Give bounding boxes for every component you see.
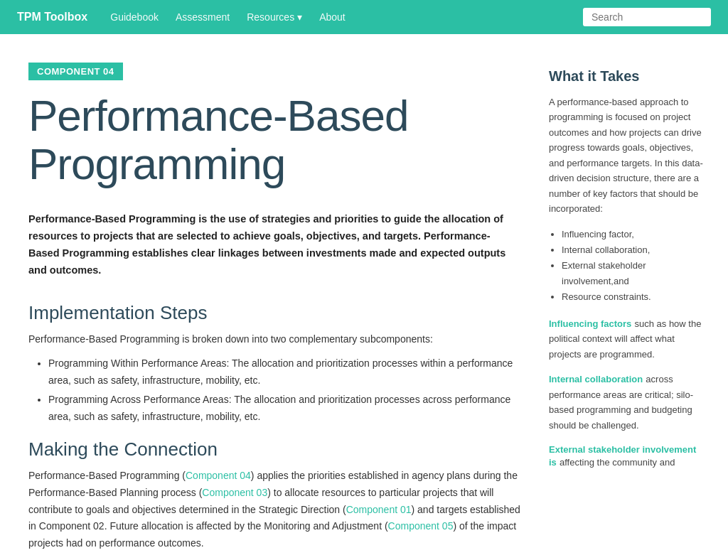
sidebar: What it Takes A performance-based approa…	[549, 63, 705, 559]
page-title: Performance-Based Programming	[28, 92, 520, 188]
chevron-down-icon: ▾	[297, 11, 302, 23]
sidebar-block-influencing: Influencing factors such as how the poli…	[549, 316, 705, 362]
nav-link-assessment[interactable]: Assessment	[176, 11, 230, 23]
nav-link-guidebook[interactable]: Guidebook	[110, 11, 159, 23]
intro-text: Performance-Based Programming is the use…	[28, 211, 520, 279]
nav-brand[interactable]: TPM Toolbox	[17, 11, 87, 23]
nav-link-about[interactable]: About	[319, 11, 346, 23]
list-item: Internal collaboration,	[562, 242, 705, 258]
list-item: Influencing factor,	[562, 227, 705, 242]
sidebar-block-title: Influencing factors	[549, 318, 631, 329]
page-wrapper: COMPONENT 04 Performance-Based Programmi…	[0, 34, 728, 560]
sidebar-block-text: affecting the community and	[560, 457, 675, 468]
search-input[interactable]	[583, 8, 711, 26]
link-component05[interactable]: Component 05	[388, 520, 454, 532]
list-item: Programming Across Performance Areas: Th…	[48, 392, 520, 426]
implementation-bullets: Programming Within Performance Areas: Th…	[28, 355, 520, 426]
sidebar-title: What it Takes	[549, 68, 705, 85]
sidebar-block-title: Internal collaboration	[549, 374, 643, 384]
section-body-connection: Performance-Based Programming (Component…	[28, 468, 520, 552]
section-heading-implementation: Implementation Steps	[28, 302, 520, 324]
nav-links: Guidebook Assessment Resources ▾ About	[110, 11, 583, 23]
section-body-implementation: Performance-Based Programming is broken …	[28, 331, 520, 348]
sidebar-block-internal: Internal collaboration across performanc…	[549, 372, 705, 433]
sidebar-intro: A performance-based approach to programm…	[549, 95, 705, 217]
component-badge: COMPONENT 04	[28, 63, 123, 80]
sidebar-bullets: Influencing factor, Internal collaborati…	[549, 227, 705, 305]
link-component01[interactable]: Component 01	[346, 504, 412, 515]
section-heading-connection: Making the Connection	[28, 438, 520, 461]
main-content: COMPONENT 04 Performance-Based Programmi…	[28, 63, 520, 559]
navigation: TPM Toolbox Guidebook Assessment Resourc…	[0, 0, 728, 34]
link-component04[interactable]: Component 04	[186, 470, 251, 481]
list-item: Resource constraints.	[562, 289, 705, 305]
list-item: External stakeholder involvement,and	[562, 258, 705, 289]
sidebar-block-external: External stakeholder involvement is affe…	[549, 443, 705, 470]
link-component03[interactable]: Component 03	[202, 487, 267, 498]
list-item: Programming Within Performance Areas: Th…	[48, 355, 520, 389]
nav-link-resources[interactable]: Resources ▾	[247, 11, 302, 23]
